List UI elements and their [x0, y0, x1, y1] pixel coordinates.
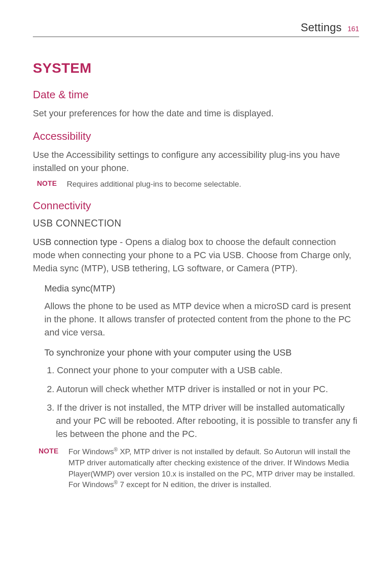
- heading-media-sync: Media sync(MTP): [44, 283, 359, 294]
- body-media-sync: Allows the phone to be used as MTP devic…: [44, 300, 359, 339]
- page-header: Settings 161: [33, 21, 359, 37]
- note-mtp-driver: NOTE For Windows® XP, MTP driver is not …: [33, 446, 359, 490]
- subheading-usb-connection: USB CONNECTION: [33, 218, 359, 229]
- heading-date-time: Date & time: [33, 88, 359, 101]
- step-1: 1. Connect your phone to your computer w…: [44, 364, 359, 377]
- note-label: NOTE: [39, 446, 58, 490]
- body-accessibility: Use the Accessibility settings to config…: [33, 148, 359, 175]
- step-2: 2. Autorun will check whether MTP driver…: [44, 383, 359, 396]
- page-number: 161: [348, 25, 359, 33]
- note-text: For Windows® XP, MTP driver is not insta…: [68, 446, 359, 490]
- body-date-time: Set your preferences for how the date an…: [33, 107, 359, 120]
- usb-type-lead: USB connection type: [33, 237, 117, 247]
- note-accessibility: NOTE Requires additional plug-ins to bec…: [33, 179, 359, 190]
- body-usb-connection-type: USB connection type - Opens a dialog box…: [33, 236, 359, 275]
- step-3: 3. If the driver is not installed, the M…: [44, 401, 359, 441]
- note-text: Requires additional plug-ins to become s…: [67, 179, 241, 190]
- heading-sync-steps: To synchronize your phone with your comp…: [44, 347, 359, 358]
- heading-connectivity: Connectivity: [33, 199, 359, 212]
- header-title: Settings: [301, 21, 342, 34]
- section-title-system: SYSTEM: [33, 60, 359, 76]
- note-label: NOTE: [37, 179, 57, 190]
- heading-accessibility: Accessibility: [33, 130, 359, 143]
